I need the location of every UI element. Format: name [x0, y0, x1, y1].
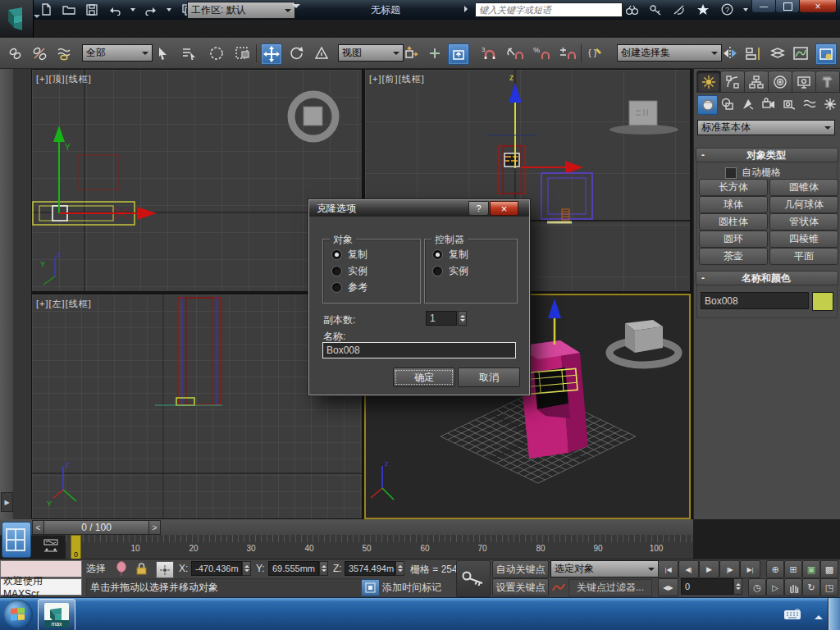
infocenter-search-input[interactable]: [475, 2, 623, 17]
snaps-toggle-icon[interactable]: 3: [479, 43, 499, 63]
toolbar-options-caret[interactable]: [292, 4, 300, 12]
copies-field[interactable]: 1: [426, 311, 457, 326]
close-button[interactable]: ×: [799, 0, 837, 13]
add-time-tag[interactable]: 添加时间标记: [382, 581, 441, 595]
isolate-selection-icon[interactable]: [361, 579, 380, 596]
time-slider-handle[interactable]: 0 / 100: [43, 520, 149, 535]
maximize-button[interactable]: [775, 0, 800, 13]
layer-manager-icon[interactable]: [768, 43, 788, 63]
tab-utilities[interactable]: [815, 71, 840, 93]
dialog-close-button[interactable]: ×: [490, 201, 518, 216]
y-coordinate-field[interactable]: 69.555mm: [268, 561, 319, 576]
unlink-selection-icon[interactable]: [30, 43, 49, 63]
radio-object-reference[interactable]: 参考: [331, 281, 368, 294]
radio-object-copy-circle[interactable]: [331, 249, 342, 260]
viewport-top-label[interactable]: [+][顶][线框]: [36, 73, 92, 85]
tab-motion[interactable]: [768, 71, 792, 93]
curve-editor-icon[interactable]: [791, 43, 810, 63]
name-color-rollout-header[interactable]: -名称和颜色: [696, 271, 838, 285]
search-binoculars-icon[interactable]: [623, 2, 640, 16]
button-tube[interactable]: 管状体: [769, 213, 838, 231]
select-object-icon[interactable]: [153, 43, 172, 63]
communication-center-icon[interactable]: [671, 2, 687, 16]
scene-explorer-collapsed-pane[interactable]: [0, 69, 14, 519]
copies-spinner[interactable]: [458, 311, 467, 326]
viewport-front-label[interactable]: [+][前][线框]: [369, 73, 425, 85]
perspective-move-gizmo[interactable]: [548, 299, 561, 345]
set-key-button[interactable]: 设置关键点: [492, 578, 549, 596]
search-expand-icon[interactable]: [464, 6, 471, 12]
trackbar-frame-marker[interactable]: 0: [71, 535, 81, 559]
subtab-space-warps[interactable]: [800, 95, 819, 113]
reference-coordinate-dropdown[interactable]: 视图: [338, 44, 404, 62]
select-and-rotate-icon[interactable]: [287, 43, 307, 63]
key-mode-toggle-button[interactable]: ◀▶: [658, 578, 678, 596]
spinner-snap-icon[interactable]: [558, 43, 578, 63]
radio-object-reference-circle[interactable]: [331, 282, 342, 293]
button-geosphere[interactable]: 几何球体: [769, 196, 838, 213]
subscription-key-icon[interactable]: [647, 2, 664, 16]
button-cylinder[interactable]: 圆柱体: [699, 213, 768, 231]
radio-object-instance-circle[interactable]: [331, 266, 342, 276]
next-frame-button[interactable]: |▶: [719, 560, 740, 578]
x-coordinate-field[interactable]: -470.436m: [191, 561, 242, 576]
pan-flyout-icon[interactable]: ▷: [766, 578, 784, 596]
workspace-dropdown[interactable]: 工作区: 默认: [187, 2, 295, 19]
use-pivot-center-icon[interactable]: [402, 43, 422, 63]
front-move-gizmo[interactable]: z: [486, 73, 583, 174]
viewport-layout-button[interactable]: [2, 522, 31, 558]
current-frame-field[interactable]: 0: [681, 578, 733, 595]
zoom-icon[interactable]: ⊕: [766, 560, 784, 578]
taskbar-3dsmax-button[interactable]: max: [38, 599, 75, 630]
zoom-extents-all-icon[interactable]: ▩: [820, 560, 838, 578]
start-button[interactable]: [3, 600, 33, 629]
radio-object-instance[interactable]: 实例: [331, 264, 368, 278]
redo-icon[interactable]: [143, 2, 159, 16]
clone-name-field[interactable]: Box008: [322, 342, 516, 358]
zoom-all-icon[interactable]: ⊞: [784, 560, 802, 578]
radio-controller-copy-circle[interactable]: [432, 249, 443, 260]
maxscript-mini-listener-white[interactable]: 欢迎使用 MAXScr: [0, 578, 82, 596]
angle-snap-icon[interactable]: [505, 43, 525, 63]
tray-show-hidden-icon[interactable]: [815, 611, 823, 619]
key-filters-button[interactable]: 关键点过滤器...: [568, 579, 652, 596]
tab-modify[interactable]: [720, 71, 745, 93]
application-menu-button[interactable]: [0, 0, 34, 38]
subtab-helpers[interactable]: [779, 95, 798, 113]
tab-hierarchy[interactable]: [744, 71, 769, 93]
mirror-icon[interactable]: [720, 43, 740, 63]
button-torus[interactable]: 圆环: [699, 231, 768, 248]
button-teapot[interactable]: 茶壶: [699, 248, 768, 265]
help-icon[interactable]: ?: [719, 2, 735, 16]
window-crossing-icon[interactable]: [233, 43, 253, 63]
undo-dropdown-icon[interactable]: [130, 2, 136, 16]
primitive-category-dropdown[interactable]: 标准基本体: [697, 120, 835, 135]
z-coordinate-field[interactable]: 3574.494m: [345, 561, 395, 576]
time-slider-next-button[interactable]: >: [148, 520, 161, 535]
material-editor-icon[interactable]: [815, 43, 837, 65]
key-mode-dropdown[interactable]: 选定对象: [550, 560, 659, 578]
object-color-swatch[interactable]: [812, 292, 833, 311]
x-spinner[interactable]: [242, 561, 251, 576]
minimize-button[interactable]: —: [751, 0, 776, 13]
y-spinner[interactable]: [319, 561, 328, 576]
subtab-lights[interactable]: [738, 95, 757, 113]
use-selection-center-icon[interactable]: [425, 43, 445, 63]
selection-lock-label[interactable]: 选择: [86, 562, 111, 576]
cancel-button[interactable]: 取消: [458, 368, 520, 387]
z-spinner[interactable]: [395, 561, 404, 576]
select-and-manipulate-icon[interactable]: [448, 43, 469, 65]
edit-named-selection-sets-icon[interactable]: { }: [586, 43, 605, 63]
selection-region-circle-icon[interactable]: [207, 43, 226, 63]
button-pyramid[interactable]: 四棱锥: [769, 231, 838, 248]
ok-button[interactable]: 确定: [393, 368, 455, 387]
subtab-geometry[interactable]: [697, 95, 718, 115]
track-bar[interactable]: 10 20 30 40 50 60 70 80 90 100 0: [66, 535, 693, 559]
select-and-link-icon[interactable]: [5, 43, 25, 63]
named-selection-sets-dropdown[interactable]: 创建选择集: [617, 44, 722, 62]
radio-controller-instance-circle[interactable]: [432, 266, 443, 276]
object-type-rollout-header[interactable]: -对象类型: [696, 148, 838, 162]
selection-lock-icon[interactable]: [135, 562, 148, 578]
trackbar-mode-button[interactable]: [41, 537, 61, 554]
show-desktop-button[interactable]: [828, 598, 840, 630]
